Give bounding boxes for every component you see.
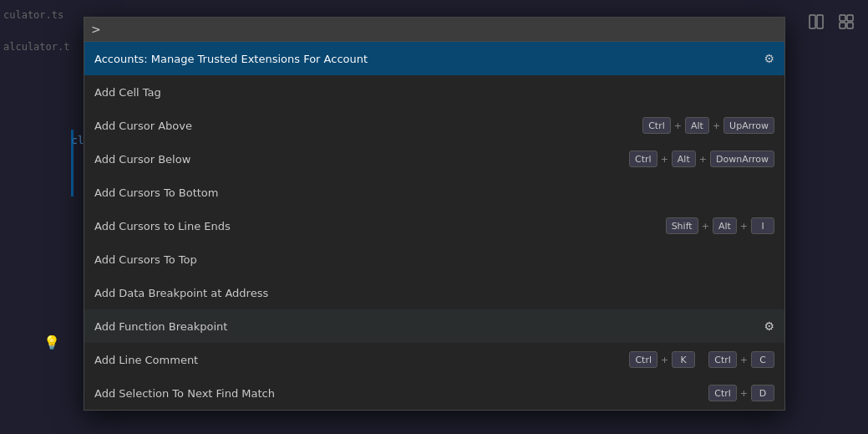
palette-item-add-cursor-below[interactable]: Add Cursor Below Ctrl + Alt + DownArrow [84, 142, 784, 176]
palette-item-label: Add Cursors To Bottom [94, 186, 774, 199]
palette-item-label: Add Function Breakpoint [94, 320, 764, 333]
svg-rect-3 [847, 15, 853, 21]
palette-item-label: Add Selection To Next Find Match [94, 387, 708, 400]
palette-item-label: Add Cell Tag [94, 86, 774, 99]
palette-item-label: Add Cursors to Line Ends [94, 220, 666, 232]
svg-rect-1 [817, 15, 823, 28]
editor-decoration [71, 130, 74, 197]
palette-search-input[interactable] [91, 23, 778, 36]
svg-rect-2 [840, 15, 845, 21]
keybinding-add-cursor-below: Ctrl + Alt + DownArrow [629, 151, 774, 167]
sidebar-line-2: alculator.t [3, 38, 68, 55]
palette-item-label: Add Cursors To Top [94, 253, 774, 266]
palette-item-label: Add Line Comment [94, 354, 629, 366]
palette-item-add-cursor-above[interactable]: Add Cursor Above Ctrl + Alt + UpArrow [84, 109, 784, 142]
keybinding-add-line-comment: Ctrl + K Ctrl + C [629, 351, 774, 368]
palette-list: Accounts: Manage Trusted Extensions For … [84, 42, 784, 410]
keybinding-add-cursors-line-ends: Shift + Alt + I [666, 217, 774, 234]
layout-icon[interactable] [835, 10, 858, 33]
editor-sidebar: culator.ts alculator.t [0, 0, 71, 434]
sidebar-line-1: culator.ts [3, 7, 68, 23]
palette-item-add-cursors-line-ends[interactable]: Add Cursors to Line Ends Shift + Alt + I [84, 209, 784, 243]
top-icons-area [805, 10, 858, 33]
palette-item-label: Accounts: Manage Trusted Extensions For … [94, 53, 764, 65]
palette-item-add-cell-tag[interactable]: Add Cell Tag [84, 75, 784, 109]
palette-item-add-selection-next[interactable]: Add Selection To Next Find Match Ctrl + … [84, 376, 784, 410]
gear-icon-accounts[interactable]: ⚙ [764, 52, 774, 65]
palette-item-add-function-breakpoint[interactable]: Add Function Breakpoint ⚙ [84, 309, 784, 343]
svg-rect-4 [840, 23, 845, 28]
palette-item-label: Add Data Breakpoint at Address [94, 287, 774, 299]
palette-item-add-cursors-bottom[interactable]: Add Cursors To Bottom [84, 176, 784, 209]
split-editor-icon[interactable] [805, 10, 828, 33]
palette-item-add-data-breakpoint[interactable]: Add Data Breakpoint at Address [84, 276, 784, 309]
lightbulb-icon[interactable]: 💡 [43, 334, 60, 350]
palette-item-label: Add Cursor Below [94, 153, 629, 166]
palette-item-label: Add Cursor Above [94, 120, 642, 132]
palette-item-add-cursors-top[interactable]: Add Cursors To Top [84, 243, 784, 276]
palette-item-accounts-manage[interactable]: Accounts: Manage Trusted Extensions For … [84, 42, 784, 75]
gear-icon-function-breakpoint[interactable]: ⚙ [764, 319, 774, 333]
keybinding-add-cursor-above: Ctrl + Alt + UpArrow [642, 117, 774, 134]
svg-rect-5 [847, 23, 853, 28]
palette-item-add-line-comment[interactable]: Add Line Comment Ctrl + K Ctrl + C [84, 343, 784, 376]
keybinding-add-selection-next: Ctrl + D [708, 385, 774, 401]
svg-rect-0 [810, 15, 815, 28]
command-palette: Accounts: Manage Trusted Extensions For … [84, 17, 785, 411]
palette-input-wrapper[interactable] [84, 18, 784, 42]
